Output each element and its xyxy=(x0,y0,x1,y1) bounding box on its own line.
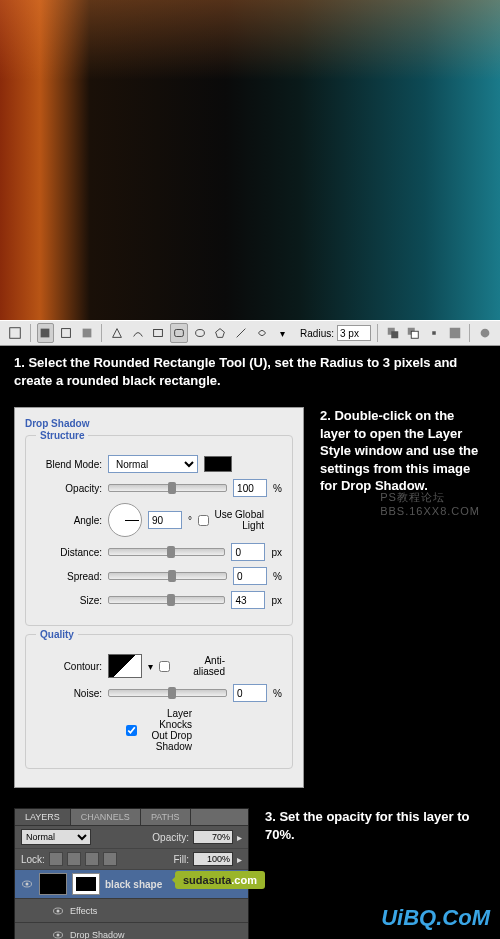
polygon-icon[interactable] xyxy=(212,323,230,343)
distance-input[interactable] xyxy=(231,543,265,561)
spread-label: Spread: xyxy=(36,571,102,582)
eye-icon[interactable] xyxy=(51,928,65,939)
contour-label: Contour: xyxy=(36,661,102,672)
contour-dropdown-icon[interactable]: ▾ xyxy=(148,661,153,672)
noise-slider[interactable] xyxy=(108,689,227,697)
drop-shadow-dialog: Drop Shadow Structure Blend Mode: Normal… xyxy=(14,407,304,788)
paths-icon[interactable] xyxy=(57,323,75,343)
vector-mask-thumbnail xyxy=(72,873,100,895)
lock-label: Lock: xyxy=(21,854,45,865)
rounded-rectangle-icon[interactable] xyxy=(170,323,188,343)
opacity-input[interactable] xyxy=(233,479,267,497)
freeform-pen-icon[interactable] xyxy=(129,323,147,343)
noise-label: Noise: xyxy=(36,688,102,699)
blend-mode-select[interactable]: Normal xyxy=(108,455,198,473)
rectangle-icon[interactable] xyxy=(150,323,168,343)
step-2-text: 2. Double-click on the layer to open the… xyxy=(320,407,486,495)
anti-aliased-checkbox[interactable] xyxy=(159,661,170,672)
svg-rect-1 xyxy=(41,329,50,338)
lock-transparency-icon[interactable] xyxy=(49,852,63,866)
blend-mode-label: Blend Mode: xyxy=(36,459,102,470)
svg-point-20 xyxy=(57,933,60,936)
ellipse-icon[interactable] xyxy=(191,323,209,343)
step-3-text: 3. Set the opacity for this layer to 70%… xyxy=(265,808,486,843)
radius-label: Radius: xyxy=(300,328,334,339)
svg-rect-3 xyxy=(82,329,91,338)
spread-slider[interactable] xyxy=(108,572,227,580)
opacity-slider[interactable] xyxy=(108,484,227,492)
spread-input[interactable] xyxy=(233,567,267,585)
contour-picker[interactable] xyxy=(108,654,142,678)
svg-rect-11 xyxy=(412,331,419,338)
shape-preset-icon[interactable] xyxy=(6,323,24,343)
lock-pixels-icon[interactable] xyxy=(67,852,81,866)
layer-effects-row[interactable]: Effects xyxy=(15,899,248,923)
angle-input[interactable] xyxy=(148,511,182,529)
path-subtract-icon[interactable] xyxy=(405,323,423,343)
blend-mode-select[interactable]: Normal xyxy=(21,829,91,845)
path-combine-icon[interactable] xyxy=(384,323,402,343)
quality-group-title: Quality xyxy=(36,629,78,640)
radius-input[interactable] xyxy=(337,325,371,341)
global-light-checkbox[interactable] xyxy=(198,515,209,526)
fill-label: Fill: xyxy=(173,854,189,865)
artwork-preview xyxy=(0,0,500,320)
layer-thumbnail xyxy=(39,873,67,895)
svg-rect-13 xyxy=(449,328,460,339)
pen-icon[interactable] xyxy=(108,323,126,343)
line-icon[interactable] xyxy=(232,323,250,343)
lock-all-icon[interactable] xyxy=(103,852,117,866)
structure-group-title: Structure xyxy=(36,430,88,441)
opacity-label: Opacity: xyxy=(36,483,102,494)
layer-opacity-input[interactable] xyxy=(193,830,233,844)
distance-slider[interactable] xyxy=(108,548,225,556)
noise-input[interactable] xyxy=(233,684,267,702)
step-1-text: 1. Select the Rounded Rectangle Tool (U)… xyxy=(0,346,500,397)
svg-rect-4 xyxy=(154,330,163,337)
uibq-watermark: UiBQ.CoM xyxy=(381,905,490,931)
shape-layers-icon[interactable] xyxy=(37,323,55,343)
path-exclude-icon[interactable] xyxy=(446,323,464,343)
svg-point-14 xyxy=(481,329,490,338)
custom-shape-icon[interactable] xyxy=(253,323,271,343)
layer-name: black shape xyxy=(105,879,162,890)
sudasuta-logo: sudasuta.com xyxy=(175,871,265,889)
lock-position-icon[interactable] xyxy=(85,852,99,866)
dropdown-icon[interactable]: ▾ xyxy=(273,323,291,343)
dropdown-icon[interactable]: ▸ xyxy=(237,832,242,843)
style-icon[interactable] xyxy=(476,323,494,343)
svg-point-16 xyxy=(26,883,29,886)
angle-dial[interactable] xyxy=(108,503,142,537)
fill-pixels-icon[interactable] xyxy=(78,323,96,343)
eye-icon[interactable] xyxy=(20,877,34,891)
drop-shadow-effect-label: Drop Shadow xyxy=(70,930,125,939)
knocks-out-checkbox[interactable] xyxy=(126,725,137,736)
svg-point-18 xyxy=(57,909,60,912)
angle-label: Angle: xyxy=(36,515,102,526)
svg-rect-0 xyxy=(10,328,21,339)
opacity-label: Opacity: xyxy=(152,832,189,843)
watermark: PS教程论坛 BBS.16XX8.COM xyxy=(380,490,480,517)
layer-fill-input[interactable] xyxy=(193,852,233,866)
svg-line-7 xyxy=(237,329,246,338)
options-toolbar: ▾ Radius: xyxy=(0,320,500,346)
size-input[interactable] xyxy=(231,591,265,609)
channels-tab[interactable]: CHANNELS xyxy=(71,809,141,825)
svg-rect-5 xyxy=(175,330,184,337)
layers-tab[interactable]: LAYERS xyxy=(15,809,71,825)
paths-tab[interactable]: PATHS xyxy=(141,809,191,825)
dropdown-icon[interactable]: ▸ xyxy=(237,854,242,865)
eye-icon[interactable] xyxy=(51,904,65,918)
layer-drop-shadow-row[interactable]: Drop Shadow xyxy=(15,923,248,939)
distance-label: Distance: xyxy=(36,547,102,558)
svg-rect-9 xyxy=(391,331,398,338)
svg-rect-2 xyxy=(62,329,71,338)
size-slider[interactable] xyxy=(108,596,225,604)
svg-point-6 xyxy=(195,330,204,337)
color-swatch[interactable] xyxy=(204,456,232,472)
path-intersect-icon[interactable] xyxy=(425,323,443,343)
size-label: Size: xyxy=(36,595,102,606)
svg-rect-12 xyxy=(432,331,436,335)
effects-label: Effects xyxy=(70,906,97,916)
dialog-title: Drop Shadow xyxy=(25,418,293,429)
